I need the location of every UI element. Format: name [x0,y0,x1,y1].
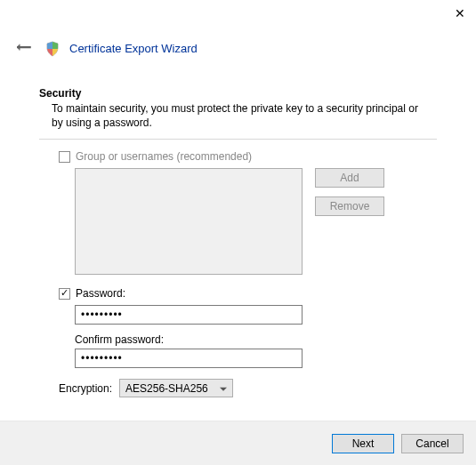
wizard-title: Certificate Export Wizard [69,42,198,55]
remove-button[interactable]: Remove [315,196,384,216]
page-heading: Security [39,87,437,100]
encryption-select[interactable]: AES256-SHA256 [119,379,233,397]
group-users-checkbox[interactable] [59,151,70,163]
cancel-button[interactable]: Cancel [401,434,464,453]
password-input[interactable] [75,305,303,325]
next-button[interactable]: Next [332,434,394,453]
group-users-label: Group or usernames (recommended) [76,150,252,163]
separator [39,139,437,140]
group-users-area: Add Remove [75,168,437,275]
password-checkbox[interactable] [59,288,70,300]
close-icon[interactable]: ✕ [455,7,465,20]
wizard-window: ✕ 🠔 Certificate Export Wizard Security T… [0,0,476,465]
group-users-listbox [75,168,303,275]
back-arrow-icon[interactable]: 🠔 [12,37,36,60]
password-label: Password: [76,287,125,300]
wizard-header: 🠔 Certificate Export Wizard [12,37,464,60]
encryption-selected-value: AES256-SHA256 [125,382,208,395]
group-users-buttons: Add Remove [315,168,384,275]
wizard-footer: Next Cancel [0,421,476,465]
encryption-label: Encryption: [59,382,112,395]
wizard-body: Security To maintain security, you must … [39,87,437,406]
page-description: To maintain security, you must protect t… [52,101,425,130]
confirm-password-block: Confirm password: [75,333,437,368]
add-button[interactable]: Add [315,168,384,188]
encryption-row: Encryption: AES256-SHA256 [59,379,437,397]
certificate-shield-icon [44,41,61,57]
security-section: Group or usernames (recommended) Add Rem… [59,150,437,397]
password-option[interactable]: Password: [59,287,437,300]
confirm-password-input[interactable] [75,349,303,368]
password-field-block [75,305,437,325]
confirm-password-label: Confirm password: [75,333,437,346]
group-users-option[interactable]: Group or usernames (recommended) [59,150,437,163]
